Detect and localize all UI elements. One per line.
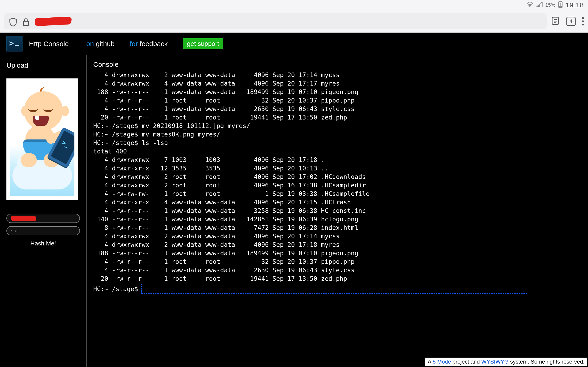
android-status-bar: 15% 19:18 — [0, 0, 588, 10]
app-logo-icon[interactable]: > — [6, 36, 23, 52]
hash-me-link[interactable]: Hash Me! — [6, 240, 80, 247]
reader-mode-icon[interactable] — [551, 16, 560, 26]
tracking-shield-icon[interactable] — [9, 17, 17, 25]
svg-rect-3 — [23, 21, 29, 25]
console-output: 4 drwxrwxrwx 2 www-data www-data 4096 Se… — [93, 71, 579, 283]
github-link[interactable]: on github — [86, 40, 114, 48]
status-clock: 19:18 — [565, 1, 584, 9]
upload-heading: Upload — [6, 61, 80, 69]
svg-text:>: > — [9, 39, 14, 48]
browser-toolbar: 4 — [0, 10, 588, 33]
battery-percent: 15% — [545, 2, 555, 8]
console-prompt: HC:~ /stage$ — [93, 285, 138, 292]
wifi-icon — [527, 2, 533, 8]
lock-icon — [22, 17, 30, 25]
console-pane: Console 4 drwxrwxrwx 2 www-data www-data… — [87, 55, 588, 367]
footer-credit: A 5 Mode project and WYSIWYG system. Som… — [425, 357, 587, 366]
upload-illustration[interactable] — [6, 78, 78, 200]
feedback-link[interactable]: for feedback — [130, 40, 168, 48]
cell-signal-icon — [536, 2, 543, 8]
password-input[interactable] — [6, 214, 80, 223]
console-heading: Console — [93, 60, 579, 68]
svg-rect-1 — [560, 1, 561, 2]
footer-link-wysiwyg[interactable]: WYSIWYG — [481, 359, 509, 365]
app-title: Http Console — [29, 40, 69, 48]
footer-link-5mode[interactable]: 5 Mode — [432, 359, 451, 365]
sidebar: Upload — [0, 55, 87, 367]
console-input[interactable] — [141, 284, 527, 294]
overflow-menu-icon[interactable] — [582, 17, 584, 25]
url-text-redacted — [35, 17, 72, 26]
svg-rect-9 — [15, 45, 19, 46]
app-header: > Http Console on github for feedback ge… — [0, 33, 588, 55]
battery-icon — [558, 1, 563, 9]
url-field[interactable] — [4, 13, 547, 29]
salt-input[interactable]: salt — [6, 226, 80, 235]
tab-count-button[interactable]: 4 — [566, 17, 576, 26]
tab-count-value: 4 — [570, 18, 572, 24]
get-support-button[interactable]: get support — [183, 38, 223, 49]
svg-rect-2 — [559, 6, 562, 7]
